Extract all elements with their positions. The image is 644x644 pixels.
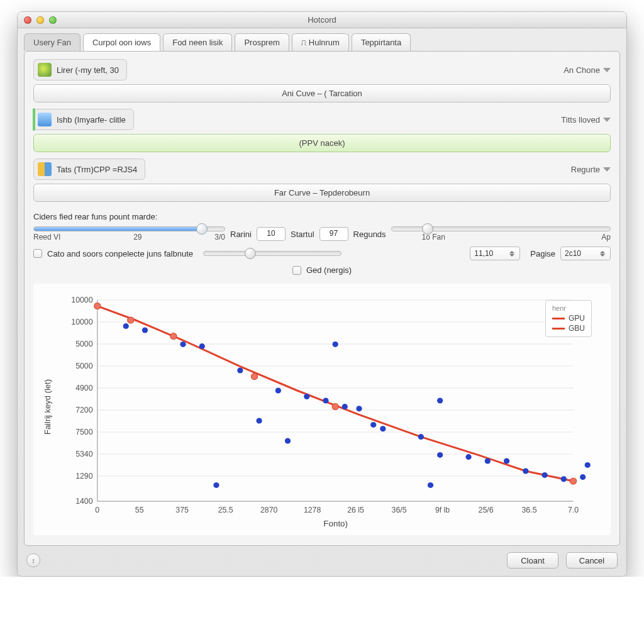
cloant-button[interactable]: Cloant <box>507 552 558 569</box>
section-2: Ishb (Imyarfe- clitle Titts lloved (PPV … <box>33 109 611 152</box>
svg-point-60 <box>465 454 471 460</box>
chart-legend: henr GPU GBU <box>545 300 592 337</box>
tab-hulnrum[interactable]: ⎍Hulnrum <box>292 33 349 51</box>
svg-text:1278: 1278 <box>304 506 321 514</box>
svg-text:9f lb: 9f lb <box>435 506 450 514</box>
svg-text:26 l5: 26 l5 <box>347 506 364 514</box>
checkbox-ged[interactable] <box>292 266 301 275</box>
section-chip-1-label: Lirer (-my teft, 30 <box>57 65 119 75</box>
svg-point-52 <box>356 406 362 411</box>
tab-fod-neen[interactable]: Fod neen lisik <box>163 33 232 51</box>
chevron-down-icon <box>603 118 611 122</box>
svg-point-63 <box>523 469 528 474</box>
svg-text:5000: 5000 <box>75 362 93 370</box>
svg-text:10000: 10000 <box>71 318 93 326</box>
cancel-button[interactable]: Cancel <box>566 552 618 569</box>
legend-header: henr <box>552 304 585 312</box>
svg-point-50 <box>333 341 338 347</box>
svg-point-54 <box>380 426 386 431</box>
tab-prosprem[interactable]: Prosprem <box>235 33 289 51</box>
checkbox-ged-label: Ged (nergis) <box>306 265 352 275</box>
tabbar: Usery Fan Curpol oon iows Fod neen lisik… <box>18 28 626 51</box>
sort-icon: ↕ <box>31 557 35 564</box>
svg-point-45 <box>256 418 262 424</box>
section-chip-3[interactable]: Tats (Trm)CPP =RJS4 <box>33 158 145 180</box>
globe-icon <box>38 63 52 77</box>
svg-point-34 <box>94 303 101 309</box>
svg-point-64 <box>541 472 547 478</box>
titlebar: Hotcord <box>18 12 626 28</box>
section-1: Lirer (-my teft, 30 An Chone Ani Cuve – … <box>33 59 611 103</box>
chevron-down-icon <box>603 167 611 172</box>
legend-item: GBU <box>569 324 585 333</box>
tiles-icon <box>38 162 52 176</box>
tab-curpol[interactable]: Curpol oon iows <box>83 33 160 51</box>
svg-text:4900: 4900 <box>75 384 93 392</box>
checkbox-cato[interactable] <box>33 249 42 258</box>
slider-tick: 29 <box>133 233 142 242</box>
panel: Lirer (-my teft, 30 An Chone Ani Cuve – … <box>24 51 620 546</box>
svg-point-44 <box>237 368 243 374</box>
x-axis-label: Fonto) <box>323 519 348 528</box>
svg-point-55 <box>213 482 219 488</box>
svg-text:25/6: 25/6 <box>479 506 494 514</box>
close-icon[interactable] <box>24 16 31 24</box>
svg-text:55: 55 <box>135 506 144 514</box>
pagise-label: Pagise <box>530 249 555 258</box>
tab-teppirtanta[interactable]: Teppirtanta <box>352 33 411 51</box>
svg-point-35 <box>128 317 134 323</box>
section-2-button[interactable]: (PPV nacek) <box>33 134 611 152</box>
slider-regunds-label: Regunds <box>353 230 386 239</box>
stepper-icon[interactable] <box>509 251 516 257</box>
svg-text:7500: 7500 <box>75 428 93 436</box>
app-window: Hotcord Usery Fan Curpol oon iows Fod ne… <box>17 11 627 577</box>
svg-point-41 <box>142 328 148 333</box>
svg-point-49 <box>323 398 328 404</box>
svg-text:1290: 1290 <box>75 472 93 480</box>
svg-text:36.5: 36.5 <box>522 506 537 514</box>
section-chip-2[interactable]: Ishb (Imyarfe- clitle <box>33 109 134 130</box>
checkbox-cato-label: Cato and soors conpelecte juns falbnute <box>47 249 193 258</box>
field-rarini[interactable]: 10 <box>257 227 286 241</box>
section-chip-2-label: Ishb (Imyarfe- clitle <box>57 115 126 125</box>
spin-pagise[interactable]: 2c10 <box>560 247 611 260</box>
svg-point-57 <box>428 482 433 488</box>
legend-item: GPU <box>569 314 585 323</box>
field-rarini-label: Rarini <box>230 230 252 239</box>
svg-point-43 <box>199 343 205 349</box>
slider-reedvi[interactable] <box>33 226 225 231</box>
svg-text:2870: 2870 <box>260 506 278 514</box>
zoom-icon[interactable] <box>49 16 57 24</box>
svg-text:375: 375 <box>175 506 189 514</box>
window-title: Hotcord <box>18 12 626 28</box>
svg-point-48 <box>304 394 309 399</box>
slider-mid[interactable] <box>203 251 341 256</box>
field-startul[interactable]: 97 <box>319 227 348 241</box>
section-chip-3-label: Tats (Trm)CPP =RJS4 <box>57 165 137 174</box>
svg-point-58 <box>437 452 443 458</box>
section-1-dropdown[interactable]: An Chone <box>564 65 611 75</box>
slider-regunds[interactable] <box>391 226 611 231</box>
section-chip-1[interactable]: Lirer (-my teft, 30 <box>33 59 127 80</box>
svg-point-66 <box>580 474 586 480</box>
section-2-dropdown[interactable]: Titts lloved <box>561 115 611 125</box>
svg-point-37 <box>251 374 257 380</box>
svg-point-53 <box>370 422 376 428</box>
svg-point-42 <box>180 341 186 347</box>
svg-text:36/5: 36/5 <box>392 506 407 514</box>
svg-point-40 <box>123 323 129 329</box>
help-button[interactable]: ↕ <box>26 553 40 567</box>
svg-text:25.5: 25.5 <box>218 506 233 514</box>
stepper-icon[interactable] <box>600 251 606 257</box>
svg-point-39 <box>570 478 576 484</box>
svg-point-46 <box>275 388 281 394</box>
section-3-button[interactable]: Far Curve – Tepderobeurn <box>33 184 611 202</box>
svg-text:5340: 5340 <box>75 450 93 458</box>
svg-point-47 <box>285 438 291 444</box>
spin-1[interactable]: 11,10 <box>470 247 520 260</box>
tab-usery-fan[interactable]: Usery Fan <box>24 33 80 51</box>
section-3-dropdown[interactable]: Regurte <box>571 165 611 174</box>
minimize-icon[interactable] <box>36 16 44 24</box>
cube-icon <box>38 113 52 126</box>
section-1-button[interactable]: Ani Cuve – ( Tarcation <box>33 84 611 103</box>
